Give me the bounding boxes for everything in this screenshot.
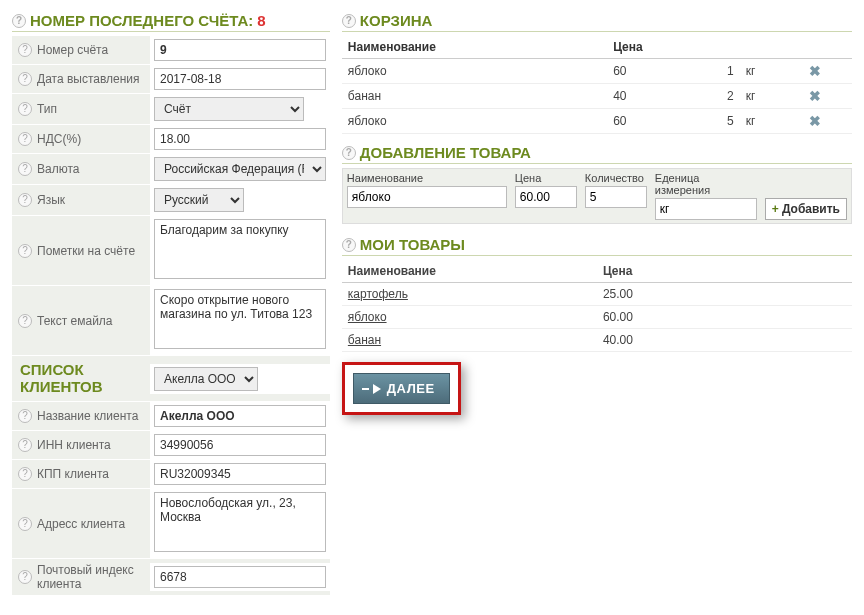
goods-row: банан40.00 [342,329,852,352]
next-button[interactable]: ДАЛЕЕ [353,373,450,404]
invoice-type-label: Тип [37,102,57,116]
invoice-number-input[interactable] [154,39,326,61]
cart-item-price: 40 [607,84,689,109]
help-icon: ? [18,570,32,584]
client-kpp-input[interactable] [154,463,326,485]
help-icon: ? [18,162,32,176]
goods-row: яблоко60.00 [342,306,852,329]
cart-col-name: Наименование [342,36,607,59]
plus-icon: + [772,202,779,216]
invoice-number-label: Номер счёта [37,43,108,57]
client-zip-input[interactable] [154,566,326,588]
help-icon: ? [18,102,32,116]
add-qty-input[interactable] [585,186,647,208]
help-icon: ? [18,43,32,57]
cart-item-name: банан [342,84,607,109]
goods-col-name: Наименование [342,260,597,283]
client-select[interactable]: Акелла ООО [154,367,258,391]
goods-item-price: 25.00 [597,283,852,306]
help-icon: ? [18,409,32,423]
help-icon: ? [342,14,356,28]
add-name-input[interactable] [347,186,507,208]
currency-label: Валюта [37,162,79,176]
client-name-label: Название клиента [37,409,138,423]
last-invoice-title: ? НОМЕР ПОСЛЕДНЕГО СЧЁТА: 8 [12,12,330,32]
delete-icon[interactable]: ✖ [807,88,823,104]
vat-input[interactable] [154,128,326,150]
delete-icon[interactable]: ✖ [807,63,823,79]
cart-item-price: 60 [607,59,689,84]
help-icon: ? [18,72,32,86]
notes-label: Пометки на счёте [37,244,135,258]
help-icon: ? [12,14,26,28]
invoice-date-label: Дата выставления [37,72,140,86]
add-qty-label: Количество [585,172,647,184]
cart-row: яблоко601кг✖ [342,59,852,84]
help-icon: ? [18,438,32,452]
vat-label: НДС(%) [37,132,81,146]
cart-col-price: Цена [607,36,689,59]
client-inn-label: ИНН клиента [37,438,111,452]
currency-select[interactable]: Российская Федерация (RUB) р. [154,157,326,181]
cart-item-unit: кг [740,84,801,109]
last-invoice-number: 8 [257,12,265,29]
next-highlight-box: ДАЛЕЕ [342,362,461,415]
help-icon: ? [18,517,32,531]
goods-item-link[interactable]: картофель [348,287,408,301]
emailtext-textarea[interactable]: Скоро открытие нового магазина по ул. Ти… [154,289,326,349]
help-icon: ? [342,146,356,160]
help-icon: ? [18,467,32,481]
client-addr-label: Адресс клиента [37,517,125,531]
add-product-row: Наименование Цена Количество Еденица изм… [342,168,852,224]
help-icon: ? [18,314,32,328]
invoice-date-input[interactable] [154,68,326,90]
goods-item-link[interactable]: яблоко [348,310,387,324]
language-label: Язык [37,193,65,207]
cart-item-name: яблоко [342,59,607,84]
invoice-type-select[interactable]: Счёт [154,97,304,121]
cart-item-price: 60 [607,109,689,134]
arrow-right-icon [362,384,381,394]
goods-item-link[interactable]: банан [348,333,381,347]
client-zip-label: Почтовый индекс клиента [37,563,144,591]
goods-table: Наименование Цена картофель25.00яблоко60… [342,260,852,352]
emailtext-label: Текст емайла [37,314,113,328]
language-select[interactable]: Русский [154,188,244,212]
add-product-button[interactable]: + Добавить [765,198,847,220]
cart-item-qty: 1 [689,59,740,84]
cart-item-unit: кг [740,109,801,134]
cart-row: банан402кг✖ [342,84,852,109]
my-goods-title: ? МОИ ТОВАРЫ [342,236,852,256]
goods-item-price: 60.00 [597,306,852,329]
cart-row: яблоко605кг✖ [342,109,852,134]
add-price-label: Цена [515,172,577,184]
add-price-input[interactable] [515,186,577,208]
goods-item-price: 40.00 [597,329,852,352]
add-product-title: ? ДОБАВЛЕНИЕ ТОВАРА [342,144,852,164]
cart-table: Наименование Цена яблоко601кг✖банан402кг… [342,36,852,134]
notes-textarea[interactable]: Благодарим за покупку [154,219,326,279]
delete-icon[interactable]: ✖ [807,113,823,129]
add-name-label: Наименование [347,172,507,184]
cart-item-qty: 5 [689,109,740,134]
goods-col-price: Цена [597,260,852,283]
cart-item-qty: 2 [689,84,740,109]
help-icon: ? [18,244,32,258]
add-unit-label: Еденица измерения [655,172,757,196]
add-unit-input[interactable] [655,198,757,220]
goods-row: картофель25.00 [342,283,852,306]
help-icon: ? [342,238,356,252]
cart-item-name: яблоко [342,109,607,134]
clients-list-title: СПИСОК КЛИЕНТОВ [18,358,105,399]
client-inn-input[interactable] [154,434,326,456]
help-icon: ? [18,193,32,207]
help-icon: ? [18,132,32,146]
client-addr-textarea[interactable]: Новослободская ул., 23, Москва [154,492,326,552]
cart-title: ? КОРЗИНА [342,12,852,32]
cart-item-unit: кг [740,59,801,84]
client-name-input[interactable] [154,405,326,427]
last-invoice-label: НОМЕР ПОСЛЕДНЕГО СЧЁТА: [30,12,253,29]
client-kpp-label: КПП клиента [37,467,109,481]
